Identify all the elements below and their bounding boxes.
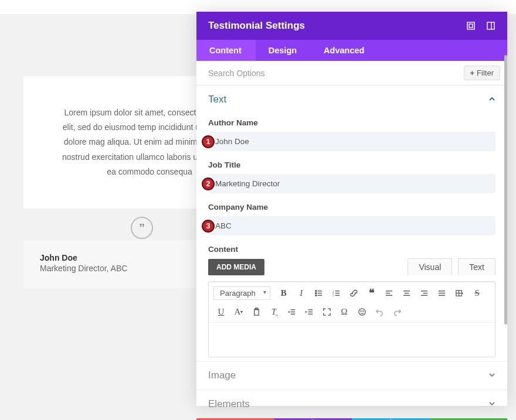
bold-icon[interactable]: B (276, 286, 291, 300)
fullscreen-icon[interactable] (466, 21, 476, 30)
company-name-label: Company Name (208, 203, 495, 211)
search-row: Search Options + Filter (196, 61, 507, 86)
indent-icon[interactable] (301, 305, 317, 319)
job-title-field[interactable] (208, 174, 495, 193)
align-right-icon[interactable] (417, 286, 432, 300)
section-elements-title: Elements (208, 398, 488, 410)
expand-icon[interactable] (319, 305, 334, 319)
tab-advanced[interactable]: Advanced (311, 40, 378, 61)
section-image-header[interactable]: Image (196, 361, 507, 390)
svg-point-4 (315, 290, 317, 291)
align-justify-icon[interactable] (434, 286, 450, 300)
section-text-body: Author Name 1 Job Title 2 Company Name 3… (196, 114, 507, 361)
section-image-title: Image (208, 370, 488, 381)
author-name-label: Author Name (208, 118, 495, 127)
search-input[interactable]: Search Options (208, 69, 464, 78)
content-label: Content (208, 245, 495, 254)
svg-text:3: 3 (332, 294, 334, 297)
tab-design[interactable]: Design (256, 40, 311, 61)
panel-header[interactable]: Testimonial Settings (196, 12, 507, 40)
underline-icon[interactable]: U (213, 305, 229, 319)
quote-icon-btn[interactable]: ❝ (364, 286, 379, 300)
annotation-badge-2: 2 (202, 177, 215, 190)
outdent-icon[interactable] (284, 305, 299, 319)
text-color-icon[interactable]: A▾ (231, 305, 246, 319)
job-title-label: Job Title (208, 161, 495, 169)
align-left-icon[interactable] (382, 286, 397, 300)
link-icon[interactable] (347, 286, 362, 300)
chevron-down-icon (488, 399, 495, 409)
special-char-icon[interactable]: Ω (337, 305, 352, 319)
strikethrough-icon[interactable]: S (470, 286, 485, 300)
redo-icon[interactable] (389, 305, 405, 319)
annotation-badge-3: 3 (202, 220, 215, 233)
clear-format-icon[interactable]: T× (266, 305, 281, 319)
panel-title: Testimonial Settings (208, 20, 305, 32)
svg-point-6 (315, 292, 317, 293)
editor-toolbar: Paragraph B I 123 ❝ S U A▾ (209, 282, 495, 323)
section-text-header[interactable]: Text (196, 86, 507, 114)
svg-rect-1 (469, 24, 473, 28)
author-name-field[interactable] (208, 132, 495, 151)
svg-rect-2 (487, 22, 494, 29)
number-list-icon[interactable]: 123 (329, 286, 344, 300)
add-media-button[interactable]: ADD MEDIA (208, 259, 264, 275)
annotation-badge-1: 1 (202, 135, 215, 148)
chevron-down-icon (488, 371, 495, 380)
svg-point-39 (358, 308, 365, 315)
editor-tab-text[interactable]: Text (458, 258, 495, 275)
tab-content[interactable]: Content (196, 40, 256, 61)
undo-icon[interactable] (372, 305, 387, 319)
editor-tab-visual[interactable]: Visual (408, 258, 452, 275)
settings-panel: Testimonial Settings Content Design Adva… (196, 12, 507, 406)
editor-textarea[interactable] (209, 323, 495, 357)
bullet-list-icon[interactable] (311, 286, 327, 300)
scrollbar[interactable] (504, 55, 507, 325)
dock-icon[interactable] (486, 21, 495, 30)
svg-point-41 (362, 310, 363, 311)
tabs: Content Design Advanced (196, 40, 507, 61)
paste-icon[interactable] (249, 305, 264, 319)
table-icon[interactable] (452, 286, 467, 300)
filter-button[interactable]: + Filter (464, 66, 500, 80)
align-center-icon[interactable] (399, 286, 415, 300)
svg-rect-0 (467, 22, 474, 29)
company-name-field[interactable] (208, 216, 495, 235)
section-elements-header[interactable]: Elements (196, 390, 507, 418)
paragraph-selector[interactable]: Paragraph (213, 286, 270, 300)
section-text-title: Text (208, 94, 488, 105)
svg-point-8 (315, 295, 317, 296)
italic-icon[interactable]: I (294, 286, 309, 300)
chevron-up-icon (488, 95, 495, 104)
emoji-icon[interactable] (354, 305, 369, 319)
svg-point-40 (361, 310, 361, 311)
quote-icon: ” (131, 217, 153, 239)
